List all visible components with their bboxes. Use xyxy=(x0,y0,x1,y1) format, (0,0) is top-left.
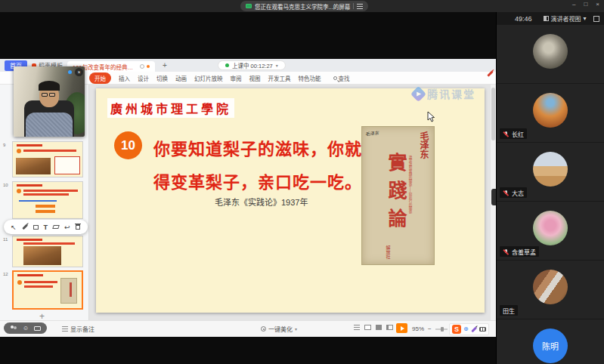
slide-canvas: 廣州城市理工學院 10 你要知道梨子的滋味，你就 得变革梨子，亲口吃一吃。 毛泽… xyxy=(89,85,496,320)
ribbon-tab-developer[interactable]: 开发工具 xyxy=(268,74,291,82)
ribbon-tab-slideshow[interactable]: 幻灯片放映 xyxy=(194,74,223,82)
members-icon[interactable] xyxy=(10,325,17,332)
emoji-icon[interactable]: ☺ xyxy=(23,325,29,332)
participant-tile[interactable]: 长红 xyxy=(497,84,604,142)
participant-tile[interactable]: 大志 xyxy=(497,143,604,201)
ribbon-tab-animation[interactable]: 动画 xyxy=(175,74,187,82)
find-button[interactable]: 查找 xyxy=(333,74,350,82)
undo-icon[interactable]: ↩ xyxy=(64,224,70,231)
sogou-logo-icon[interactable]: S xyxy=(452,325,461,334)
thumb-text-line xyxy=(23,150,76,152)
keyboard-icon[interactable] xyxy=(479,327,486,332)
beautify-icon xyxy=(261,326,266,332)
ribbon-tab-start[interactable]: 开始 xyxy=(89,72,111,84)
share-screen-icon[interactable] xyxy=(34,326,41,331)
thumb-text-line xyxy=(23,190,78,192)
beautify-button[interactable]: 一键美化 ▾ xyxy=(261,325,297,333)
close-button[interactable]: × xyxy=(596,1,599,8)
new-tab-button[interactable]: + xyxy=(163,61,167,69)
thumb-title-bar xyxy=(17,274,43,276)
book-subtitle: 論認識和實踐的關係——知和行的關係 xyxy=(407,156,412,227)
zoom-controls: 95% − xyxy=(412,325,448,332)
scrollbar-thumb[interactable] xyxy=(491,88,495,140)
name-badge: 含羞草孟 xyxy=(500,246,539,257)
banner-menu-icon[interactable] xyxy=(357,4,363,9)
view-mode-button[interactable]: 演讲者视图 ▾ xyxy=(544,14,587,23)
handwriting-icon[interactable] xyxy=(471,326,476,332)
thumb-text-line xyxy=(24,281,57,283)
presenter-webcam[interactable]: × xyxy=(14,66,85,137)
search-icon xyxy=(333,76,337,80)
current-slide[interactable]: 廣州城市理工學院 10 你要知道梨子的滋味，你就 得变革梨子，亲口吃一吃。 毛泽… xyxy=(96,88,485,313)
participant-name: 田生 xyxy=(503,307,515,315)
tencent-classroom-watermark: 腾讯课堂 xyxy=(413,86,475,101)
slide-quote-line1: 你要知道梨子的滋味，你就 xyxy=(153,135,362,159)
shape-tool-icon[interactable] xyxy=(33,225,39,230)
classroom-logo-icon xyxy=(410,85,426,101)
sidebar-header: 49:46 演讲者视图 ▾ xyxy=(497,12,604,25)
thumb-bullet xyxy=(17,189,21,193)
avatar xyxy=(533,211,568,245)
find-label: 查找 xyxy=(339,74,350,82)
book-publisher: 解放社 xyxy=(385,245,392,259)
thumb-book-image xyxy=(60,278,77,304)
ribbon-tab-review[interactable]: 审阅 xyxy=(231,74,242,82)
book-author: 毛泽东 xyxy=(417,131,430,159)
name-badge: 田生 xyxy=(500,305,518,316)
maximize-button[interactable]: □ xyxy=(584,1,587,8)
slideshow-play-button[interactable] xyxy=(396,323,407,333)
text-tool-icon[interactable]: T xyxy=(44,224,48,231)
avatar xyxy=(533,152,568,187)
book-cover-image: 毛泽东 毛泽东 實踐論 論認識和實踐的關係——知和行的關係 解放社 xyxy=(361,126,435,265)
slide-thumbnail-11[interactable] xyxy=(12,236,83,267)
normal-view-icon[interactable] xyxy=(364,325,371,330)
eraser-tool-icon[interactable] xyxy=(52,225,60,229)
pen-tool-icon[interactable] xyxy=(22,224,27,230)
participant-tile[interactable]: 正在讲话: 马克思主义学院... ↩ xyxy=(497,25,604,83)
zoom-slider[interactable] xyxy=(435,329,448,330)
participant-name: 长红 xyxy=(512,130,524,138)
annotation-toolbar: ↖ T ↩ xyxy=(4,220,88,234)
slide-attribution: 毛泽东《实践论》1937年 xyxy=(215,196,308,208)
chevron-down-icon: ▾ xyxy=(276,63,278,68)
select-tool-icon[interactable]: ↖ xyxy=(11,224,17,231)
reading-view-icon[interactable] xyxy=(386,325,393,330)
class-status-text: 上课中 00:12:27 xyxy=(232,61,273,69)
notes-view-icon[interactable] xyxy=(354,325,360,330)
slide-thumbnail-10[interactable] xyxy=(12,181,83,219)
webcam-close-button[interactable]: × xyxy=(75,68,83,76)
mic-muted-icon xyxy=(503,131,510,137)
ribbon-tab-design[interactable]: 设计 xyxy=(138,74,149,82)
book-signature: 毛泽东 xyxy=(365,129,379,137)
unsaved-dot-icon xyxy=(147,65,150,68)
watching-banner[interactable]: 您正在观看马克思主义学院李...的屏幕 xyxy=(240,1,368,11)
mic-muted-icon xyxy=(503,190,510,196)
participant-tile[interactable]: 含羞草孟 xyxy=(497,202,604,260)
fullscreen-icon[interactable] xyxy=(593,16,599,22)
ribbon-tab-view[interactable]: 视图 xyxy=(249,74,261,82)
thumb-orange-block xyxy=(36,210,55,213)
zoom-out-button[interactable]: − xyxy=(428,325,432,332)
shared-screen-area: 首页 稻壳模板 100句改变青年的经典名句.pptx + 上课中 00:12:2… xyxy=(0,12,496,364)
minimize-button[interactable]: – xyxy=(572,1,575,8)
slide-thumbnail-9[interactable] xyxy=(12,141,83,177)
sorter-view-icon[interactable] xyxy=(376,325,382,330)
thumb-painting-image xyxy=(23,246,61,265)
participant-tile[interactable]: 陈明 ∨ xyxy=(497,319,604,364)
thumb-number: 9 xyxy=(3,143,5,147)
class-status-pill[interactable]: 上课中 00:12:27 ▾ xyxy=(218,60,286,70)
thumb-bullet xyxy=(17,149,21,153)
presenter-hair xyxy=(39,81,60,91)
sidebar-collapse-handle[interactable] xyxy=(491,189,496,205)
ribbon-tab-transition[interactable]: 切换 xyxy=(156,74,168,82)
name-badge: 大志 xyxy=(500,187,527,198)
screen-share-icon xyxy=(246,4,252,8)
ribbon-tab-insert[interactable]: 插入 xyxy=(119,74,130,82)
show-notes-toggle[interactable]: 显示备注 xyxy=(62,325,94,333)
participant-tile[interactable]: 田生 xyxy=(497,261,604,319)
slide-thumbnail-12-selected[interactable] xyxy=(12,270,83,310)
trash-icon[interactable] xyxy=(76,224,80,230)
ribbon-tab-features[interactable]: 特色功能 xyxy=(299,74,321,82)
notes-icon xyxy=(62,326,68,332)
input-mode-icon[interactable]: ⊕ xyxy=(463,326,469,332)
